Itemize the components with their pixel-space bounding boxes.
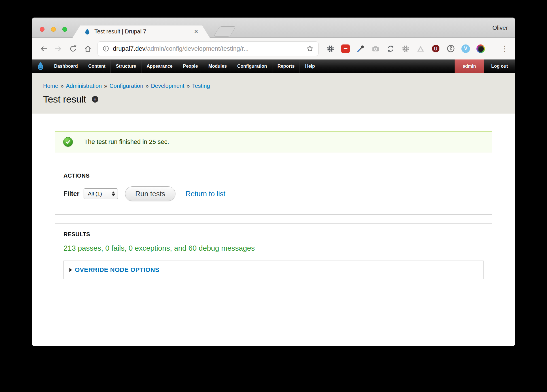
collapsed-arrow-icon: [69, 268, 72, 272]
forward-button[interactable]: [51, 41, 66, 56]
reload-button[interactable]: [66, 41, 80, 56]
override-node-options-title: OVERRIDE NODE OPTIONS: [75, 266, 159, 274]
toolbar-item-reports[interactable]: Reports: [272, 59, 300, 73]
results-summary: 213 passes, 0 fails, 0 exceptions, and 6…: [63, 244, 484, 253]
home-button[interactable]: [80, 41, 95, 56]
toolbar-item-structure[interactable]: Structure: [111, 59, 141, 73]
results-heading: RESULTS: [63, 231, 484, 238]
browser-toolbar: drupal7.dev/admin/config/development/tes…: [32, 38, 515, 59]
camera-lens-icon[interactable]: [476, 44, 485, 53]
password-manager-icon[interactable]: •••: [341, 44, 350, 53]
breadcrumb-home[interactable]: Home: [43, 83, 58, 89]
gear-icon[interactable]: [401, 44, 410, 53]
return-to-list-link[interactable]: Return to list: [186, 190, 225, 198]
page-content: The test run finished in 25 sec. ACTIONS…: [32, 114, 515, 346]
ublock-origin-icon[interactable]: U: [431, 44, 440, 53]
toolbar-user-admin[interactable]: admin: [455, 59, 484, 73]
extensions-area: ••• U V: [326, 44, 511, 53]
page-title: Test result: [43, 94, 86, 105]
status-message: The test run finished in 25 sec.: [55, 131, 492, 152]
toolbar-item-appearance[interactable]: Appearance: [141, 59, 178, 73]
run-tests-button[interactable]: Run tests: [125, 186, 175, 201]
new-tab-button[interactable]: [213, 26, 236, 37]
success-check-icon: [63, 137, 73, 147]
toolbar-item-people[interactable]: People: [178, 59, 203, 73]
camera-icon[interactable]: [371, 44, 380, 53]
breadcrumb-administration[interactable]: Administration: [66, 83, 102, 89]
url-domain: drupal7.dev: [113, 45, 145, 52]
filter-label: Filter: [63, 190, 79, 198]
drupal-logo-icon[interactable]: [32, 59, 49, 73]
bookmark-star-icon[interactable]: [306, 45, 314, 52]
filter-select[interactable]: All (1): [84, 188, 118, 199]
color-picker-icon[interactable]: [356, 44, 365, 53]
status-message-text: The test run finished in 25 sec.: [84, 138, 169, 146]
zoom-window-button[interactable]: [62, 27, 67, 32]
results-panel: RESULTS 213 passes, 0 fails, 0 exception…: [55, 223, 492, 294]
settings-gear-icon[interactable]: [326, 44, 335, 53]
browser-window: Test result | Drupal 7 ✕ Oliver drupal7.…: [32, 18, 515, 346]
drive-icon[interactable]: [416, 44, 425, 53]
tab-title: Test result | Drupal 7: [94, 28, 146, 35]
filter-select-value: All (1): [88, 191, 102, 197]
drupal-favicon-icon: [84, 28, 91, 35]
site-info-icon[interactable]: [102, 45, 109, 52]
actions-panel: ACTIONS Filter All (1) Run tests Return …: [55, 165, 492, 215]
browser-titlebar[interactable]: Test result | Drupal 7 ✕ Oliver: [32, 18, 515, 38]
page-refresh-icon[interactable]: [386, 44, 395, 53]
toolbar-item-configuration[interactable]: Configuration: [232, 59, 272, 73]
url-text: drupal7.dev/admin/config/development/tes…: [113, 45, 249, 52]
minimize-window-button[interactable]: [51, 27, 56, 32]
breadcrumb: Home»Administration»Configuration»Develo…: [43, 83, 515, 89]
tab-close-icon[interactable]: ✕: [194, 28, 198, 35]
breadcrumb-testing[interactable]: Testing: [192, 83, 210, 89]
page-header: Home»Administration»Configuration»Develo…: [32, 73, 515, 114]
toolbar-item-modules[interactable]: Modules: [203, 59, 232, 73]
toolbar-logout[interactable]: Log out: [484, 59, 515, 73]
key-ring-icon[interactable]: [446, 44, 455, 53]
breadcrumb-development[interactable]: Development: [151, 83, 184, 89]
toolbar-item-content[interactable]: Content: [83, 59, 111, 73]
address-bar[interactable]: drupal7.dev/admin/config/development/tes…: [97, 41, 319, 56]
browser-menu-icon[interactable]: ⋮: [501, 44, 509, 53]
breadcrumb-separator: »: [186, 83, 190, 89]
breadcrumb-separator: »: [104, 83, 107, 89]
vimeo-icon[interactable]: V: [461, 44, 470, 53]
breadcrumb-separator: »: [60, 83, 63, 89]
breadcrumb-configuration[interactable]: Configuration: [109, 83, 143, 89]
actions-heading: ACTIONS: [63, 172, 484, 179]
select-stepper-icon: [112, 191, 115, 196]
ublock-letter: U: [434, 46, 437, 51]
toolbar-item-dashboard[interactable]: Dashboard: [49, 59, 83, 73]
add-shortcut-icon[interactable]: +: [92, 96, 98, 103]
close-window-button[interactable]: [40, 27, 44, 32]
toolbar-item-help[interactable]: Help: [300, 59, 320, 73]
override-node-options-fieldset: OVERRIDE NODE OPTIONS: [63, 261, 484, 279]
url-path: /admin/config/development/testing/r...: [145, 45, 249, 52]
override-node-options-toggle[interactable]: OVERRIDE NODE OPTIONS: [69, 266, 159, 274]
window-controls: [40, 27, 67, 32]
profile-name[interactable]: Oliver: [492, 24, 508, 31]
breadcrumb-separator: »: [145, 83, 149, 89]
browser-tab[interactable]: Test result | Drupal 7 ✕: [73, 25, 210, 38]
drupal-admin-toolbar: Dashboard Content Structure Appearance P…: [32, 59, 515, 73]
back-button[interactable]: [36, 41, 51, 56]
